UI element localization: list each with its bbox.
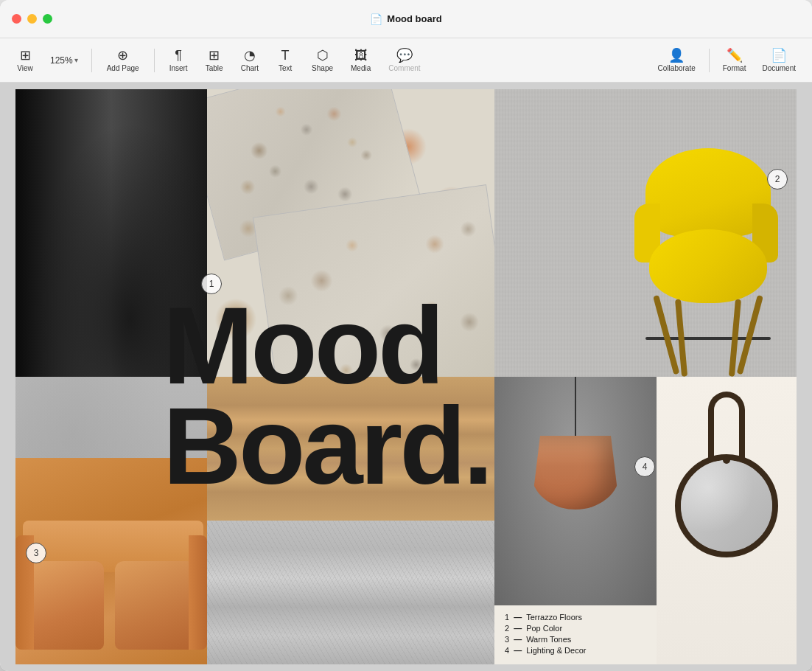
document-button[interactable]: 📄 Document [755,46,803,75]
view-button[interactable]: ⊞ View [9,46,41,75]
label-3: 3 — Warm Tones [505,635,646,644]
terrazzo-slab-2 [253,184,494,377]
label-text-3: Warm Tones [526,635,571,644]
format-button[interactable]: ✏️ Format [715,46,754,75]
add-page-icon: ⊕ [117,49,128,62]
zoom-control[interactable]: 125% ▾ [44,52,84,69]
chair-detail [111,104,200,325]
label-num-2: 2 [505,624,509,633]
mirror-reflection [681,460,772,552]
table-icon: ⊞ [209,49,220,62]
terrazzo-image [207,89,494,377]
maximize-button[interactable] [43,14,52,24]
window: 📄 Mood board ⊞ View 125% ▾ ⊕ Add Page ¶ … [0,0,812,671]
label-1: 1 — Terrazzo Floors [505,613,646,622]
page-num-4: 4 [634,456,655,477]
chair-image [15,89,207,377]
title-text: Mood board [387,13,441,24]
traffic-lights [12,14,52,24]
moodboard: 1 — Terrazzo Floors 2 — Pop Color 3 — Wa… [15,89,797,664]
label-text-4: Lighting & Decor [526,646,586,655]
label-num-4: 4 [505,646,509,655]
mirror-circle [675,454,778,557]
shape-button[interactable]: ⬡ Shape [304,46,340,75]
label-num-3: 3 [505,635,509,644]
sofa-cushion-right [115,561,196,650]
lamp-image [494,377,657,613]
label-dash-4: — [514,646,522,655]
view-icon: ⊞ [20,49,31,62]
minimize-button[interactable] [27,14,37,24]
label-text-2: Pop Color [526,624,562,633]
mirror-image [657,377,797,664]
zoom-chevron-icon: ▾ [74,56,78,64]
media-label: Media [351,64,371,72]
chart-button[interactable]: ◔ Chart [234,46,266,75]
add-page-button[interactable]: ⊕ Add Page [99,46,147,75]
wood-fur-image [207,377,494,664]
wood-texture [207,377,494,521]
text-button[interactable]: T Text [269,46,301,75]
page-num-3: 3 [26,543,46,563]
comment-label: Comment [388,64,420,72]
label-4: 4 — Lighting & Decor [505,646,646,655]
label-num-1: 1 [505,613,509,622]
page-num-2: 2 [767,169,788,190]
zoom-value: 125% [50,55,73,66]
labels-panel: 1 — Terrazzo Floors 2 — Pop Color 3 — Wa… [494,605,657,664]
label-text-1: Terrazzo Floors [526,613,582,622]
format-icon: ✏️ [727,49,743,62]
collaborate-label: Collaborate [658,64,696,72]
media-button[interactable]: 🖼 Media [343,46,378,75]
mirror-strap [708,392,745,458]
sofa-image [15,458,207,664]
titlebar: 📄 Mood board [0,0,812,38]
canvas-area[interactable]: 1 — Terrazzo Floors 2 — Pop Color 3 — Wa… [0,83,812,671]
label-dash-2: — [514,624,522,633]
terrazzo-bg [207,89,494,377]
app-icon: 📄 [370,13,382,25]
window-title: 📄 Mood board [370,13,441,25]
insert-label: Insert [169,64,188,72]
sofa-arm-right [189,535,207,650]
pendant [531,377,620,510]
text-icon: T [281,49,290,62]
mirror-container [675,392,778,557]
label-dash-3: — [514,635,522,644]
document-icon: 📄 [771,49,787,62]
table-label: Table [206,64,223,72]
collaborate-icon: 👤 [668,49,685,62]
media-icon: 🖼 [354,49,368,62]
sofa-cushion-left [27,561,104,650]
close-button[interactable] [12,14,21,24]
label-dash-1: — [514,613,522,622]
fur-texture [207,521,494,664]
chart-label: Chart [241,64,259,72]
separator-3 [709,49,710,72]
insert-button[interactable]: ¶ Insert [162,46,195,75]
page-num-1: 1 [201,274,222,294]
format-label: Format [723,64,746,72]
pendant-shade [531,436,620,510]
comment-icon: 💬 [396,49,413,62]
pendant-cord [575,377,576,436]
separator-2 [154,49,155,72]
comment-button[interactable]: 💬 Comment [381,46,427,75]
table-button[interactable]: ⊞ Table [198,46,231,75]
separator [91,49,92,72]
yc-seat [649,229,767,303]
yellow-chair [634,119,782,377]
right-toolbar: 👤 Collaborate ✏️ Format 📄 Document [651,46,803,75]
concrete-image [494,89,797,377]
document-label: Document [762,64,796,72]
label-2: 2 — Pop Color [505,624,646,633]
collaborate-button[interactable]: 👤 Collaborate [651,46,703,75]
shape-label: Shape [312,64,333,72]
view-label: View [17,64,33,72]
text-label: Text [279,64,292,72]
toolbar: ⊞ View 125% ▾ ⊕ Add Page ¶ Insert ⊞ Tabl… [0,38,812,83]
insert-icon: ¶ [175,49,182,62]
shape-icon: ⬡ [317,49,329,62]
chart-icon: ◔ [244,49,256,62]
add-page-label: Add Page [107,64,139,72]
